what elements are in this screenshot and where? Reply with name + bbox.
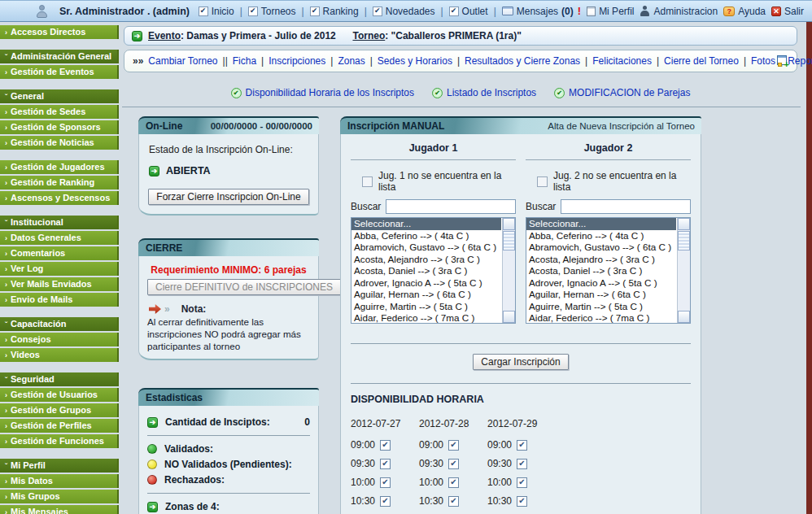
listbox-option[interactable]: Aidar, Federico --> ( 7ma C ) (526, 312, 676, 323)
sidebar-item-ver-log[interactable]: ›Ver Log (0, 262, 119, 276)
time-checkbox[interactable]: ✔ (448, 496, 459, 507)
cargar-inscripcion-button[interactable]: Cargar Inscripción (473, 354, 568, 370)
listbox-option[interactable]: Acosta, Daniel --> ( 3ra C ) (526, 265, 676, 277)
nav-torneos[interactable]: ✔Torneos (248, 6, 296, 17)
quicklink-modificacion-de-parejas[interactable]: ✔MODIFICACION de Parejas (554, 87, 690, 98)
nav-mi-perfil[interactable]: Mi Perfil (587, 6, 634, 17)
sidebar-item-ver-mails-enviados[interactable]: ›Ver Mails Enviados (0, 277, 119, 291)
player2-scrollbar[interactable] (677, 218, 690, 323)
nav-administracion[interactable]: Administracion (640, 6, 718, 17)
tournav-link-zonas[interactable]: Zonas (338, 55, 365, 67)
add-report-icon[interactable]: + (777, 55, 788, 67)
listbox-option[interactable]: Acosta, Alejandro --> ( 3ra C ) (526, 254, 676, 266)
nav-outlet[interactable]: ✔Outlet (449, 6, 488, 17)
listbox-option[interactable]: Abramovich, Gustavo --> ( 6ta C ) (526, 242, 676, 254)
scrollbar-thumb[interactable] (678, 231, 690, 250)
sidebar-item-mis-datos[interactable]: ›Mis Datos (0, 474, 119, 488)
listbox-option[interactable]: Acosta, Alejandro --> ( 3ra C ) (351, 254, 501, 266)
nav-mensajes[interactable]: Mensajes (0) ! (502, 5, 581, 17)
sidebar-item-institucional[interactable]: ˇInstitucional (0, 216, 119, 229)
sidebar-item-gesti-n-de-sedes[interactable]: ›Gestión de Sedes (0, 105, 119, 119)
player1-search-input[interactable] (386, 199, 516, 214)
listbox-option[interactable]: Aidar, Federico --> ( 7ma C ) (351, 312, 501, 323)
sidebar-item-comentarios[interactable]: ›Comentarios (0, 246, 119, 260)
time-checkbox[interactable]: ✔ (517, 496, 527, 507)
scroll-down-icon[interactable] (503, 311, 515, 323)
sidebar-item-gesti-n-de-usuarios[interactable]: ›Gestión de Usuarios (0, 388, 119, 402)
listbox-option[interactable]: Seleccionar... (351, 218, 501, 230)
time-checkbox[interactable]: ✔ (380, 496, 391, 507)
listbox-option[interactable]: Aguilar, Hernan --> ( 6ta C ) (526, 289, 676, 301)
time-checkbox[interactable]: ✔ (448, 477, 459, 488)
sidebar-item-general[interactable]: ˇGeneral (0, 89, 119, 103)
cierre-definitivo-button[interactable]: Cierre DEFINITIVO de INSCRIPCIONES (147, 279, 341, 295)
sidebar-item-datos-generales[interactable]: ›Datos Generales (0, 231, 119, 245)
time-checkbox[interactable]: ✔ (380, 477, 391, 488)
sidebar-item-gesti-n-de-perfiles[interactable]: ›Gestión de Perfiles (0, 419, 119, 433)
time-checkbox[interactable]: ✔ (517, 440, 527, 451)
scroll-up-icon[interactable] (678, 218, 690, 230)
sidebar-item-gesti-n-de-noticias[interactable]: ›Gestión de Noticias (0, 136, 119, 150)
nav-ayuda[interactable]: ? Ayuda (723, 6, 766, 17)
player2-search-input[interactable] (561, 199, 691, 214)
nav-ranking[interactable]: ✔Ranking (310, 6, 359, 17)
time-checkbox[interactable]: ✔ (517, 459, 527, 469)
player1-listbox[interactable]: Seleccionar...Abba, Ceferino --> ( 4ta C… (351, 217, 516, 324)
torneo-label[interactable]: Torneo (352, 30, 385, 41)
player1-not-in-list-checkbox[interactable] (362, 176, 373, 187)
sidebar-item-accesos-directos[interactable]: ›Accesos Directos (0, 25, 119, 39)
listbox-option[interactable]: Adrover, Ignacio A --> ( 5ta C ) (351, 277, 501, 290)
tournav-link-inscripciones[interactable]: Inscripciones (268, 55, 325, 67)
tournav-link-ficha[interactable]: Ficha (233, 55, 256, 67)
time-checkbox[interactable]: ✔ (448, 459, 459, 469)
sidebar-item-gesti-n-de-funciones[interactable]: ›Gestión de Funciones (0, 434, 119, 448)
sidebar-item-mis-grupos[interactable]: ›Mis Grupos (0, 490, 119, 503)
nav-novedades[interactable]: ✔Novedades (373, 6, 435, 17)
listbox-option[interactable]: Aguirre, Martin --> ( 5ta C ) (526, 301, 676, 313)
listbox-option[interactable]: Acosta, Daniel --> ( 3ra C ) (351, 265, 501, 277)
sidebar-item-videos[interactable]: ›Videos (0, 348, 119, 362)
tournav-link-sedes-y-horarios[interactable]: Sedes y Horarios (378, 55, 452, 67)
tournav-link-felicitaciones[interactable]: Felicitaciones (592, 55, 652, 67)
tournav-link-fotos[interactable]: Fotos (751, 55, 775, 67)
tournav-link-cambiar-torneo[interactable]: Cambiar Torneo (148, 55, 217, 67)
nav-inicio[interactable]: ✔Inicio (199, 6, 234, 17)
sidebar-item-gesti-n-de-ranking[interactable]: ›Gestión de Ranking (0, 176, 119, 189)
scroll-up-icon[interactable] (503, 218, 515, 230)
time-checkbox[interactable]: ✔ (448, 440, 459, 451)
sidebar-item-consejos[interactable]: ›Consejos (0, 333, 119, 346)
nav-salir[interactable]: ✕ Salir (771, 6, 804, 17)
sidebar-item-gesti-n-de-grupos[interactable]: ›Gestión de Grupos (0, 403, 119, 417)
scrollbar-thumb[interactable] (503, 231, 515, 250)
listbox-option[interactable]: Seleccionar... (526, 218, 676, 230)
tournav-link-cierre-del-torneo[interactable]: Cierre del Torneo (664, 55, 739, 67)
listbox-option[interactable]: Abba, Ceferino --> ( 4ta C ) (526, 230, 676, 242)
sidebar-item-seguridad[interactable]: ˇSeguridad (0, 372, 119, 386)
listbox-option[interactable]: Adrover, Ignacio A --> ( 5ta C ) (526, 277, 676, 290)
sidebar-item-capacitaci-n[interactable]: ˇCapacitación (0, 317, 119, 331)
sidebar-item-ascensos-y-descensos[interactable]: ›Ascensos y Descensos (0, 191, 119, 205)
sidebar-item-gesti-n-de-eventos[interactable]: ›Gestión de Eventos (0, 65, 119, 79)
sidebar-item-mi-perfil[interactable]: ˇMi Perfil (0, 459, 119, 473)
player2-not-in-list-checkbox[interactable] (537, 176, 548, 187)
listbox-option[interactable]: Abramovich, Gustavo --> ( 6ta C ) (351, 242, 501, 254)
listbox-option[interactable]: Aguilar, Hernan --> ( 6ta C ) (351, 289, 501, 301)
sidebar-item-administraci-n-general[interactable]: ˇAdministración General (0, 50, 119, 63)
listbox-option[interactable]: Aguirre, Martin --> ( 5ta C ) (351, 301, 501, 313)
tournav-link-reportes[interactable]: Reportes (788, 55, 812, 67)
quicklink-listado-de-inscriptos[interactable]: ✔Listado de Inscriptos (432, 87, 536, 98)
sidebar-item-gesti-n-de-sponsors[interactable]: ›Gestión de Sponsors (0, 120, 119, 134)
sidebar-item-gesti-n-de-jugadores[interactable]: ›Gestión de Jugadores (0, 160, 119, 174)
time-checkbox[interactable]: ✔ (380, 459, 391, 469)
time-checkbox[interactable]: ✔ (380, 440, 391, 451)
scroll-down-icon[interactable] (678, 311, 690, 323)
sidebar-item-mis-mensajes[interactable]: ›Mis Mensajes (0, 505, 119, 514)
tournav-link-resultados-y-cierre-zonas[interactable]: Resultados y Cierre Zonas (465, 55, 580, 67)
quicklink-disponibilidad-horaria-de-los-inscriptos[interactable]: ✔Disponibilidad Horaria de los Inscripto… (231, 87, 414, 98)
player2-listbox[interactable]: Seleccionar...Abba, Ceferino --> ( 4ta C… (526, 217, 691, 324)
forzar-cierre-button[interactable]: Forzar Cierre Inscripcion On-Line (148, 189, 308, 205)
sidebar-item-envio-de-mails[interactable]: ›Envio de Mails (0, 293, 119, 307)
listbox-option[interactable]: Abba, Ceferino --> ( 4ta C ) (351, 230, 501, 242)
time-checkbox[interactable]: ✔ (517, 477, 527, 488)
player1-scrollbar[interactable] (502, 218, 515, 323)
